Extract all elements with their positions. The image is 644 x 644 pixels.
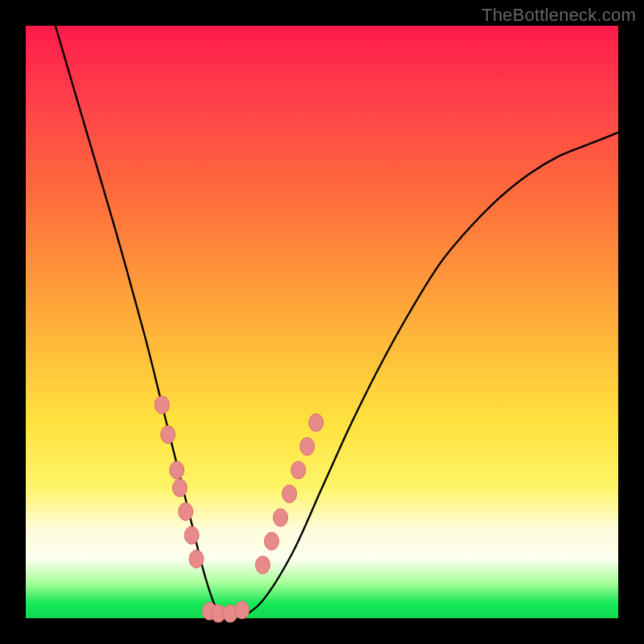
marker-dot [274, 509, 288, 526]
marker-dot [170, 461, 184, 479]
marker-dot [179, 503, 193, 521]
marker-dot [255, 556, 270, 574]
bottleneck-curve [56, 26, 618, 620]
marker-dot [291, 461, 306, 479]
watermark-text: TheBottleneck.com [481, 5, 636, 26]
marker-dot [235, 601, 250, 619]
marker-dot [172, 479, 187, 497]
marker-dot [189, 550, 204, 568]
marker-dot [184, 526, 199, 544]
marker-dot [161, 426, 175, 444]
marker-dot [155, 396, 169, 414]
curve-markers [155, 396, 323, 622]
marker-dot [264, 532, 279, 550]
marker-dot [283, 485, 297, 502]
marker-dot [300, 438, 315, 456]
plot-area [26, 26, 618, 618]
chart-frame: TheBottleneck.com [0, 0, 644, 644]
curve-layer [26, 26, 618, 618]
marker-dot [309, 414, 324, 431]
